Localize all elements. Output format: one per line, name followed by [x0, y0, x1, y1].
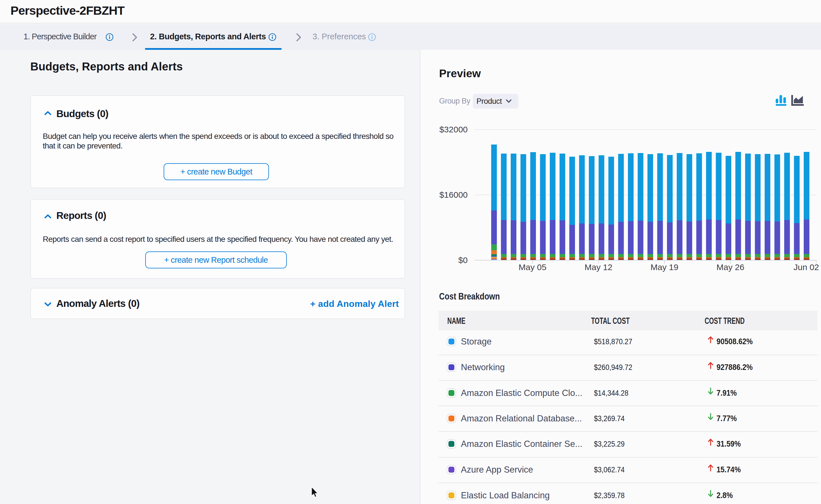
svg-text:$16000: $16000: [439, 190, 468, 199]
svg-text:May 19: May 19: [651, 262, 678, 272]
svg-text:May 05: May 05: [519, 262, 546, 272]
svg-text:$32000: $32000: [439, 125, 468, 134]
svg-text:Jun 02: Jun 02: [794, 262, 819, 272]
svg-text:$0: $0: [458, 255, 468, 265]
svg-text:May 26: May 26: [717, 262, 744, 272]
svg-text:May 12: May 12: [584, 262, 612, 272]
